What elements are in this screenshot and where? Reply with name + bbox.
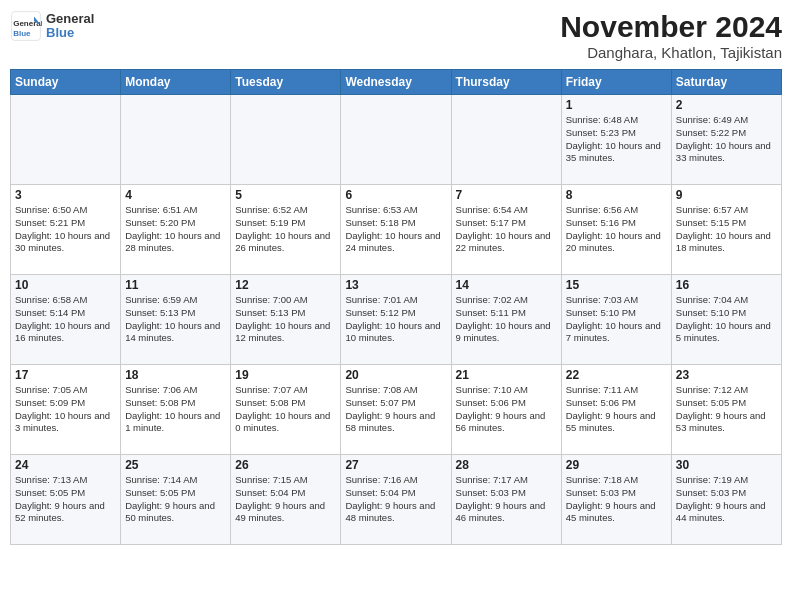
day-number: 29 [566, 458, 667, 472]
day-number: 19 [235, 368, 336, 382]
day-info: Sunrise: 7:14 AM Sunset: 5:05 PM Dayligh… [125, 474, 226, 525]
weekday-header: Thursday [451, 70, 561, 95]
day-number: 12 [235, 278, 336, 292]
calendar-week-row: 17Sunrise: 7:05 AM Sunset: 5:09 PM Dayli… [11, 365, 782, 455]
day-info: Sunrise: 7:05 AM Sunset: 5:09 PM Dayligh… [15, 384, 116, 435]
day-info: Sunrise: 7:02 AM Sunset: 5:11 PM Dayligh… [456, 294, 557, 345]
day-number: 1 [566, 98, 667, 112]
calendar-day-cell: 9Sunrise: 6:57 AM Sunset: 5:15 PM Daylig… [671, 185, 781, 275]
logo: General Blue General Blue [10, 10, 94, 42]
calendar-day-cell: 1Sunrise: 6:48 AM Sunset: 5:23 PM Daylig… [561, 95, 671, 185]
day-number: 9 [676, 188, 777, 202]
weekday-header: Monday [121, 70, 231, 95]
calendar-day-cell: 11Sunrise: 6:59 AM Sunset: 5:13 PM Dayli… [121, 275, 231, 365]
calendar-day-cell: 24Sunrise: 7:13 AM Sunset: 5:05 PM Dayli… [11, 455, 121, 545]
day-info: Sunrise: 7:19 AM Sunset: 5:03 PM Dayligh… [676, 474, 777, 525]
day-info: Sunrise: 7:08 AM Sunset: 5:07 PM Dayligh… [345, 384, 446, 435]
day-info: Sunrise: 6:48 AM Sunset: 5:23 PM Dayligh… [566, 114, 667, 165]
day-number: 2 [676, 98, 777, 112]
day-info: Sunrise: 7:01 AM Sunset: 5:12 PM Dayligh… [345, 294, 446, 345]
calendar-day-cell: 5Sunrise: 6:52 AM Sunset: 5:19 PM Daylig… [231, 185, 341, 275]
calendar-week-row: 10Sunrise: 6:58 AM Sunset: 5:14 PM Dayli… [11, 275, 782, 365]
calendar-day-cell: 8Sunrise: 6:56 AM Sunset: 5:16 PM Daylig… [561, 185, 671, 275]
calendar-day-cell [121, 95, 231, 185]
day-info: Sunrise: 6:54 AM Sunset: 5:17 PM Dayligh… [456, 204, 557, 255]
day-info: Sunrise: 6:56 AM Sunset: 5:16 PM Dayligh… [566, 204, 667, 255]
calendar-day-cell: 4Sunrise: 6:51 AM Sunset: 5:20 PM Daylig… [121, 185, 231, 275]
day-number: 17 [15, 368, 116, 382]
day-number: 11 [125, 278, 226, 292]
calendar-day-cell: 27Sunrise: 7:16 AM Sunset: 5:04 PM Dayli… [341, 455, 451, 545]
day-info: Sunrise: 7:04 AM Sunset: 5:10 PM Dayligh… [676, 294, 777, 345]
calendar-week-row: 3Sunrise: 6:50 AM Sunset: 5:21 PM Daylig… [11, 185, 782, 275]
logo-general: General [46, 12, 94, 26]
day-info: Sunrise: 7:06 AM Sunset: 5:08 PM Dayligh… [125, 384, 226, 435]
day-number: 22 [566, 368, 667, 382]
calendar-day-cell: 13Sunrise: 7:01 AM Sunset: 5:12 PM Dayli… [341, 275, 451, 365]
calendar-day-cell: 28Sunrise: 7:17 AM Sunset: 5:03 PM Dayli… [451, 455, 561, 545]
day-number: 6 [345, 188, 446, 202]
calendar-day-cell: 7Sunrise: 6:54 AM Sunset: 5:17 PM Daylig… [451, 185, 561, 275]
weekday-header: Sunday [11, 70, 121, 95]
weekday-header: Tuesday [231, 70, 341, 95]
day-info: Sunrise: 7:15 AM Sunset: 5:04 PM Dayligh… [235, 474, 336, 525]
calendar-day-cell: 29Sunrise: 7:18 AM Sunset: 5:03 PM Dayli… [561, 455, 671, 545]
day-number: 15 [566, 278, 667, 292]
day-info: Sunrise: 7:00 AM Sunset: 5:13 PM Dayligh… [235, 294, 336, 345]
day-number: 25 [125, 458, 226, 472]
title-block: November 2024 Danghara, Khatlon, Tajikis… [560, 10, 782, 61]
svg-text:Blue: Blue [13, 29, 31, 38]
svg-text:General: General [13, 19, 42, 28]
logo-icon: General Blue [10, 10, 42, 42]
day-info: Sunrise: 6:58 AM Sunset: 5:14 PM Dayligh… [15, 294, 116, 345]
day-number: 26 [235, 458, 336, 472]
day-number: 23 [676, 368, 777, 382]
calendar-day-cell: 12Sunrise: 7:00 AM Sunset: 5:13 PM Dayli… [231, 275, 341, 365]
day-info: Sunrise: 6:59 AM Sunset: 5:13 PM Dayligh… [125, 294, 226, 345]
day-info: Sunrise: 6:52 AM Sunset: 5:19 PM Dayligh… [235, 204, 336, 255]
calendar-week-row: 1Sunrise: 6:48 AM Sunset: 5:23 PM Daylig… [11, 95, 782, 185]
calendar-day-cell [341, 95, 451, 185]
day-info: Sunrise: 6:50 AM Sunset: 5:21 PM Dayligh… [15, 204, 116, 255]
calendar-day-cell: 22Sunrise: 7:11 AM Sunset: 5:06 PM Dayli… [561, 365, 671, 455]
weekday-header: Saturday [671, 70, 781, 95]
location-subtitle: Danghara, Khatlon, Tajikistan [560, 44, 782, 61]
calendar-day-cell: 26Sunrise: 7:15 AM Sunset: 5:04 PM Dayli… [231, 455, 341, 545]
day-number: 10 [15, 278, 116, 292]
day-info: Sunrise: 7:07 AM Sunset: 5:08 PM Dayligh… [235, 384, 336, 435]
day-number: 20 [345, 368, 446, 382]
day-number: 4 [125, 188, 226, 202]
calendar-day-cell: 14Sunrise: 7:02 AM Sunset: 5:11 PM Dayli… [451, 275, 561, 365]
calendar-day-cell: 19Sunrise: 7:07 AM Sunset: 5:08 PM Dayli… [231, 365, 341, 455]
day-number: 24 [15, 458, 116, 472]
calendar-day-cell: 30Sunrise: 7:19 AM Sunset: 5:03 PM Dayli… [671, 455, 781, 545]
day-number: 13 [345, 278, 446, 292]
day-number: 14 [456, 278, 557, 292]
month-year-title: November 2024 [560, 10, 782, 44]
day-number: 30 [676, 458, 777, 472]
day-number: 21 [456, 368, 557, 382]
day-info: Sunrise: 6:49 AM Sunset: 5:22 PM Dayligh… [676, 114, 777, 165]
calendar-day-cell: 21Sunrise: 7:10 AM Sunset: 5:06 PM Dayli… [451, 365, 561, 455]
day-info: Sunrise: 7:18 AM Sunset: 5:03 PM Dayligh… [566, 474, 667, 525]
day-info: Sunrise: 7:17 AM Sunset: 5:03 PM Dayligh… [456, 474, 557, 525]
day-info: Sunrise: 7:11 AM Sunset: 5:06 PM Dayligh… [566, 384, 667, 435]
day-info: Sunrise: 7:10 AM Sunset: 5:06 PM Dayligh… [456, 384, 557, 435]
weekday-header: Friday [561, 70, 671, 95]
calendar-day-cell: 25Sunrise: 7:14 AM Sunset: 5:05 PM Dayli… [121, 455, 231, 545]
day-number: 18 [125, 368, 226, 382]
logo-blue: Blue [46, 26, 94, 40]
calendar-day-cell: 3Sunrise: 6:50 AM Sunset: 5:21 PM Daylig… [11, 185, 121, 275]
day-info: Sunrise: 6:57 AM Sunset: 5:15 PM Dayligh… [676, 204, 777, 255]
calendar-day-cell: 15Sunrise: 7:03 AM Sunset: 5:10 PM Dayli… [561, 275, 671, 365]
calendar-day-cell: 17Sunrise: 7:05 AM Sunset: 5:09 PM Dayli… [11, 365, 121, 455]
calendar-day-cell [231, 95, 341, 185]
calendar-day-cell: 23Sunrise: 7:12 AM Sunset: 5:05 PM Dayli… [671, 365, 781, 455]
day-info: Sunrise: 7:13 AM Sunset: 5:05 PM Dayligh… [15, 474, 116, 525]
day-number: 8 [566, 188, 667, 202]
calendar-day-cell: 6Sunrise: 6:53 AM Sunset: 5:18 PM Daylig… [341, 185, 451, 275]
weekday-header-row: SundayMondayTuesdayWednesdayThursdayFrid… [11, 70, 782, 95]
calendar-day-cell: 10Sunrise: 6:58 AM Sunset: 5:14 PM Dayli… [11, 275, 121, 365]
calendar-day-cell: 16Sunrise: 7:04 AM Sunset: 5:10 PM Dayli… [671, 275, 781, 365]
page-header: General Blue General Blue November 2024 … [10, 10, 782, 61]
